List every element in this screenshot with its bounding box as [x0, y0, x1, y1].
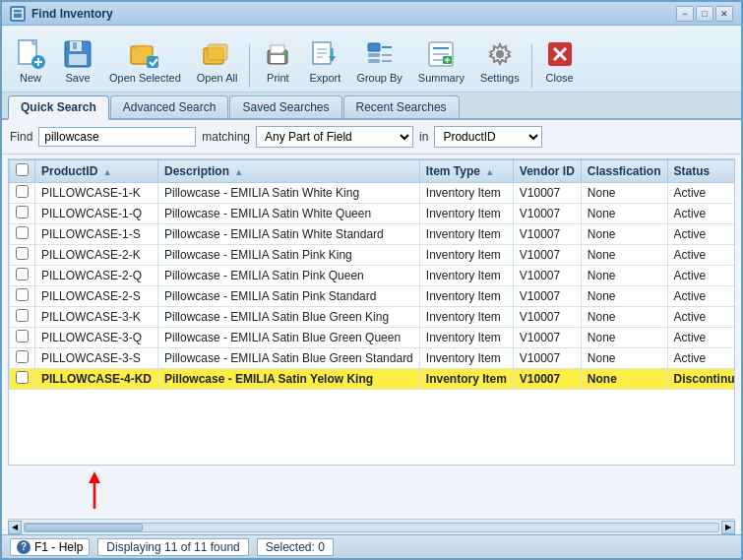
row-item-type: Inventory Item	[419, 307, 513, 328]
row-checkbox[interactable]	[16, 309, 29, 322]
row-item-type: Inventory Item	[419, 266, 513, 286]
row-checkbox[interactable]	[16, 330, 29, 342]
col-status[interactable]: Status	[667, 160, 735, 183]
row-item-type: Inventory Item	[419, 348, 513, 369]
table-header-row: ProductID ▲ Description ▲ Item Type ▲ Ve…	[10, 160, 736, 183]
svg-rect-14	[208, 44, 227, 60]
help-button[interactable]: ? F1 - Help	[10, 538, 90, 556]
open-selected-label: Open Selected	[109, 72, 181, 84]
table-row[interactable]: PILLOWCASE-3-KPillowcase - EMILIA Satin …	[10, 307, 736, 328]
row-status: Active	[667, 204, 735, 224]
summary-button[interactable]: Summary	[411, 34, 471, 88]
summary-label: Summary	[418, 72, 464, 84]
table-row[interactable]: PILLOWCASE-3-SPillowcase - EMILIA Satin …	[10, 348, 736, 369]
row-checkbox[interactable]	[16, 371, 29, 384]
scroll-thumb[interactable]	[25, 524, 143, 531]
tab-quick-search[interactable]: Quick Search	[8, 95, 109, 120]
row-description: Pillowcase - EMILIA Satin Blue Green Que…	[158, 328, 420, 348]
row-checkbox[interactable]	[16, 206, 29, 218]
col-item-type[interactable]: Item Type ▲	[419, 160, 513, 183]
svg-rect-27	[368, 59, 380, 63]
minimize-button[interactable]: −	[676, 6, 694, 22]
svg-rect-17	[271, 45, 284, 53]
row-status: Active	[667, 328, 735, 348]
print-button[interactable]: Print	[255, 34, 300, 88]
window-close-button[interactable]: ✕	[715, 6, 733, 22]
horizontal-scrollbar[interactable]: ◀ ▶	[8, 519, 735, 534]
open-selected-button[interactable]: Open Selected	[102, 34, 188, 88]
search-bar: Find matching Any Part of Field Exact Ma…	[2, 120, 741, 155]
tab-saved-searches[interactable]: Saved Searches	[229, 95, 341, 118]
display-count: Displaying 11 of 11 found	[97, 538, 248, 556]
row-checkbox[interactable]	[16, 350, 29, 363]
toolbar-separator-1	[249, 44, 250, 88]
row-product-id: PILLOWCASE-1-Q	[35, 204, 158, 224]
col-product-id[interactable]: ProductID ▲	[35, 160, 158, 183]
row-checkbox-cell	[10, 245, 35, 266]
settings-icon	[484, 38, 516, 70]
save-button[interactable]: Save	[55, 34, 100, 88]
tab-advanced-search[interactable]: Advanced Search	[110, 95, 229, 118]
row-checkbox-cell	[10, 204, 35, 224]
col-classification[interactable]: Classfication	[581, 160, 667, 183]
svg-rect-9	[69, 54, 87, 65]
export-button[interactable]: Export	[302, 34, 347, 88]
new-button[interactable]: New	[8, 34, 53, 88]
table-row[interactable]: PILLOWCASE-1-QPillowcase - EMILIA Satin …	[10, 204, 736, 224]
row-classification: None	[581, 266, 667, 286]
scroll-left-button[interactable]: ◀	[8, 521, 22, 534]
row-checkbox[interactable]	[16, 268, 29, 280]
row-status: Active	[667, 183, 735, 204]
svg-marker-43	[89, 471, 100, 483]
table-row[interactable]: PILLOWCASE-1-KPillowcase - EMILIA Satin …	[10, 183, 736, 204]
row-status: Active	[667, 307, 735, 328]
row-classification: None	[581, 369, 667, 390]
maximize-button[interactable]: □	[696, 6, 713, 22]
row-status: Active	[667, 286, 735, 307]
row-checkbox[interactable]	[16, 247, 29, 260]
row-item-type: Inventory Item	[419, 183, 513, 204]
row-product-id: PILLOWCASE-4-KD	[35, 369, 158, 390]
search-input[interactable]	[38, 127, 196, 147]
close-button[interactable]: Close	[537, 34, 583, 88]
group-by-button[interactable]: Group By	[349, 34, 408, 88]
col-vendor-id[interactable]: Vendor ID	[513, 160, 581, 183]
table-row[interactable]: PILLOWCASE-1-SPillowcase - EMILIA Satin …	[10, 224, 736, 245]
row-product-id: PILLOWCASE-3-K	[35, 307, 158, 328]
row-status: Discontinued	[667, 369, 735, 390]
help-label: F1 - Help	[34, 540, 83, 554]
window-icon	[10, 6, 26, 22]
row-vendor-id: V10007	[513, 369, 581, 390]
row-item-type: Inventory Item	[419, 286, 513, 307]
row-checkbox-cell	[10, 286, 35, 307]
svg-rect-0	[13, 9, 23, 19]
table-row[interactable]: PILLOWCASE-2-SPillowcase - EMILIA Satin …	[10, 286, 736, 307]
col-description[interactable]: Description ▲	[158, 160, 420, 183]
tab-recent-searches[interactable]: Recent Searches	[343, 95, 460, 118]
table-row[interactable]: PILLOWCASE-2-QPillowcase - EMILIA Satin …	[10, 266, 736, 286]
row-description: Pillowcase - EMILIA Satin Blue Green Sta…	[158, 348, 420, 369]
table-row[interactable]: PILLOWCASE-2-KPillowcase - EMILIA Satin …	[10, 245, 736, 266]
row-description: Pillowcase - EMILIA Satin White Standard	[158, 224, 420, 245]
matching-select[interactable]: Any Part of Field Exact Match Starts Wit…	[256, 126, 413, 148]
row-checkbox[interactable]	[16, 185, 29, 198]
row-vendor-id: V10007	[513, 245, 581, 266]
settings-button[interactable]: Settings	[473, 34, 526, 88]
in-select[interactable]: ProductID Description Category Vendor ID	[434, 126, 542, 148]
svg-rect-10	[73, 42, 77, 49]
scroll-track[interactable]	[24, 523, 719, 532]
table-row[interactable]: PILLOWCASE-3-QPillowcase - EMILIA Satin …	[10, 328, 736, 348]
row-vendor-id: V10007	[513, 266, 581, 286]
scroll-right-button[interactable]: ▶	[721, 521, 735, 534]
row-classification: None	[581, 286, 667, 307]
main-window: Find Inventory − □ ✕ New	[0, 0, 743, 560]
table-row[interactable]: PILLOWCASE-4-KDPillowcase - EMILIA Satin…	[10, 369, 736, 390]
row-checkbox[interactable]	[16, 226, 29, 239]
row-checkbox[interactable]	[16, 288, 29, 301]
row-checkbox-cell	[10, 348, 35, 369]
status-bar: ? F1 - Help Displaying 11 of 11 found Se…	[2, 534, 741, 558]
open-all-button[interactable]: Open All	[190, 34, 245, 88]
select-all-checkbox[interactable]	[16, 163, 29, 176]
row-vendor-id: V10007	[513, 204, 581, 224]
row-product-id: PILLOWCASE-1-S	[35, 224, 158, 245]
